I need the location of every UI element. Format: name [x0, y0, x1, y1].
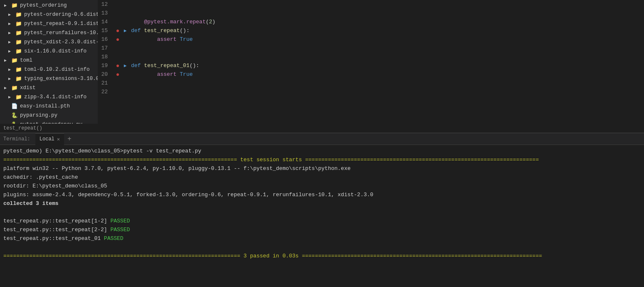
- sidebar-item-pytest_repeat_dist[interactable]: ▶📁pytest_repeat-0.9.1.dist-inf: [0, 19, 98, 28]
- folder-icon: 📁: [15, 39, 22, 45]
- terminal-line: cachedir: .pytest_cache: [3, 173, 641, 182]
- line-number: 21: [98, 79, 114, 87]
- file-icon: 📄: [11, 103, 18, 109]
- terminal-line: platform win32 -- Python 3.7.0, pytest-6…: [3, 164, 641, 173]
- code-line: [129, 79, 644, 87]
- breadcrumb: test_repeat(): [0, 124, 644, 133]
- table-row: 20● assert True: [98, 70, 644, 79]
- breakpoint-icon[interactable]: [114, 9, 121, 17]
- breakpoint-icon[interactable]: [114, 44, 121, 52]
- code-line: [129, 44, 644, 52]
- folder-arrow-icon: ▶: [4, 85, 11, 90]
- sidebar-item-six_dist[interactable]: ▶📁six-1.16.0.dist-info: [0, 47, 98, 56]
- terminal-line: pytest_demo) E:\pytest_demo\class_05>pyt…: [3, 147, 641, 155]
- gutter-icon[interactable]: ▶: [121, 26, 129, 35]
- gutter-icon[interactable]: [121, 35, 129, 44]
- folder-icon: 📁: [11, 2, 18, 8]
- sidebar-item-label: zipp-3.4.1.dist-info: [24, 94, 87, 100]
- sidebar-item-pytest_ordering[interactable]: ▶📁pytest_ordering: [0, 1, 98, 10]
- breadcrumb-text: test_repeat(): [3, 125, 42, 131]
- sidebar-item-zipp_dist[interactable]: ▶📁zipp-3.4.1.dist-info: [0, 92, 98, 102]
- terminal-line: collected 3 items: [3, 199, 641, 208]
- sidebar-item-label: typing_extensions-3.10.0.0: [24, 76, 98, 82]
- terminal-line: [3, 243, 641, 252]
- terminal-tab-name: Local: [40, 136, 54, 142]
- folder-arrow-icon: ▶: [8, 40, 15, 45]
- gutter-icon[interactable]: [121, 0, 129, 9]
- terminal-line: test_repeat.py::test_repeat[1-2] PASSED: [3, 217, 641, 225]
- gutter-icon[interactable]: [121, 70, 129, 79]
- gutter-icon[interactable]: ▶: [121, 61, 129, 70]
- sidebar-item-xdist[interactable]: ▶📁xdist: [0, 83, 98, 92]
- file-explorer[interactable]: ▶📁pytest_ordering▶📁pytest-ordering-0.6.d…: [0, 0, 98, 124]
- sidebar-item-label: toml: [20, 57, 32, 63]
- terminal-line: [3, 208, 641, 217]
- folder-icon: 📁: [15, 21, 22, 27]
- breakpoint-icon[interactable]: [114, 87, 121, 96]
- folder-icon: 📁: [15, 76, 22, 82]
- gutter-icon[interactable]: [121, 87, 129, 96]
- breakpoint-icon[interactable]: [114, 52, 121, 61]
- table-row: 16● assert True: [98, 35, 644, 44]
- table-row: 19●▶def test_repeat_01():: [98, 61, 644, 70]
- code-line: [129, 0, 644, 9]
- folder-icon: 📁: [15, 12, 22, 17]
- sidebar-item-pytest_xdist[interactable]: ▶📁pytest_xdist-2.3.0.dist-info: [0, 37, 98, 47]
- terminal-line: test_repeat.py::test_repeat[2-2] PASSED: [3, 225, 641, 234]
- terminal-tab-local[interactable]: Local ✕: [35, 133, 64, 145]
- sidebar-item-toml_dist[interactable]: ▶📁toml-0.10.2.dist-info: [0, 65, 98, 74]
- sidebar-item-easy_install[interactable]: 📄easy-install.pth: [0, 102, 98, 111]
- gutter-icon[interactable]: [121, 44, 129, 52]
- terminal-tabs: Terminal: Local ✕ +: [0, 133, 644, 145]
- code-editor: 121314 @pytest.mark.repeat(2)15●▶def tes…: [98, 0, 644, 124]
- table-row: 14 @pytest.mark.repeat(2): [98, 17, 644, 26]
- breakpoint-icon[interactable]: [114, 17, 121, 26]
- table-row: 21: [98, 79, 644, 87]
- code-line: [129, 9, 644, 17]
- sidebar-item-label: pytest_xdist-2.3.0.dist-info: [24, 39, 98, 45]
- terminal-tab-close[interactable]: ✕: [57, 136, 60, 142]
- code-line: assert True: [129, 35, 644, 44]
- line-number: 15: [98, 26, 114, 35]
- gutter-icon[interactable]: [121, 17, 129, 26]
- breakpoint-icon[interactable]: [114, 0, 121, 9]
- python-file-icon: 🐍: [11, 112, 18, 118]
- breakpoint-icon[interactable]: ●: [114, 35, 121, 44]
- sidebar-item-pytest_dependency[interactable]: 🐍pytest_dependency.py: [0, 120, 98, 124]
- table-row: 13: [98, 9, 644, 17]
- sidebar-item-label: toml-0.10.2.dist-info: [24, 67, 90, 72]
- sidebar-item-pytest_ordering_dist[interactable]: ▶📁pytest-ordering-0.6.dist-inf: [0, 10, 98, 19]
- sidebar-item-label: pytest-ordering-0.6.dist-inf: [24, 12, 98, 17]
- line-number: 13: [98, 9, 114, 17]
- folder-icon: 📁: [11, 85, 18, 91]
- folder-icon: 📁: [11, 57, 18, 63]
- line-number: 19: [98, 61, 114, 70]
- table-row: 22: [98, 87, 644, 96]
- sidebar-item-typing_ext[interactable]: ▶📁typing_extensions-3.10.0.0: [0, 74, 98, 83]
- breakpoint-icon[interactable]: ●: [114, 61, 121, 70]
- sidebar-item-pyparsing[interactable]: 🐍pyparsing.py: [0, 111, 98, 120]
- terminal-add-button[interactable]: +: [66, 135, 73, 143]
- gutter-icon[interactable]: [121, 52, 129, 61]
- line-number: 20: [98, 70, 114, 79]
- table-row: 15●▶def test_repeat():: [98, 26, 644, 35]
- sidebar-item-label: six-1.16.0.dist-info: [24, 48, 87, 54]
- sidebar-item-label: xdist: [20, 85, 36, 91]
- folder-arrow-icon: ▶: [8, 67, 15, 72]
- table-row: 17: [98, 44, 644, 52]
- code-line: @pytest.mark.repeat(2): [129, 17, 644, 26]
- breakpoint-icon[interactable]: ●: [114, 70, 121, 79]
- folder-icon: 📁: [15, 30, 22, 36]
- gutter-icon[interactable]: [121, 79, 129, 87]
- sidebar-item-label: pyparsing.py: [20, 112, 57, 118]
- breakpoint-icon[interactable]: [114, 79, 121, 87]
- code-line: def test_repeat():: [129, 26, 644, 35]
- gutter-icon[interactable]: [121, 9, 129, 17]
- sidebar-item-label: easy-install.pth: [20, 103, 70, 109]
- folder-arrow-icon: ▶: [8, 21, 15, 26]
- breakpoint-icon[interactable]: ●: [114, 26, 121, 35]
- folder-arrow-icon: ▶: [4, 3, 11, 8]
- folder-arrow-icon: ▶: [8, 95, 15, 100]
- sidebar-item-toml[interactable]: ▶📁toml: [0, 56, 98, 65]
- sidebar-item-pytest_rerunfailures[interactable]: ▶📁pytest_rerunfailures-10.1.d: [0, 28, 98, 37]
